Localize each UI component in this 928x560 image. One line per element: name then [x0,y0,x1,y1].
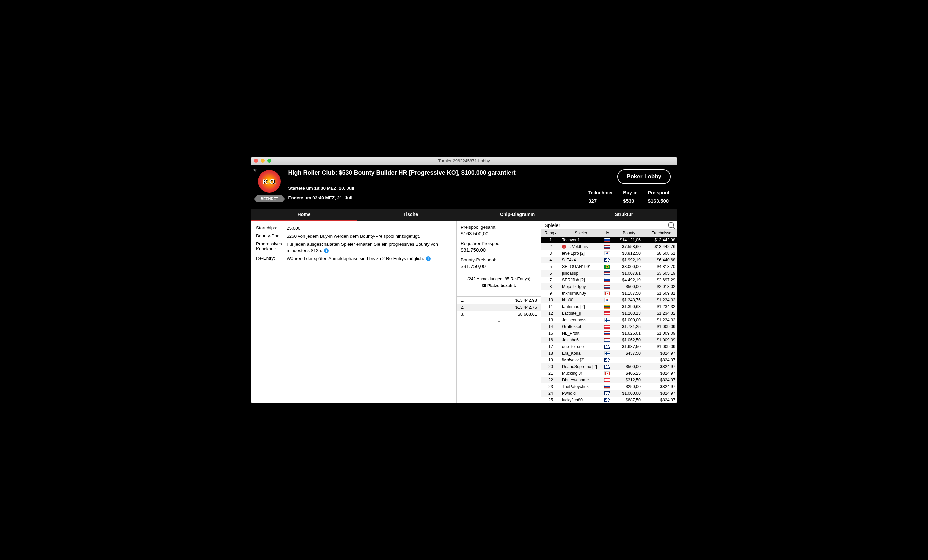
buyin-value: $530 [623,198,639,204]
player-bounty: $406,25 [613,371,645,376]
registrations-text: (242 Anmeldungen, 85 Re-Entrys) [462,277,535,281]
info-icon[interactable]: i [426,256,430,261]
tab-structure[interactable]: Struktur [571,209,677,221]
prizepool-panel: Preispool gesamt: $163.500,00 Regulärer … [457,221,541,403]
player-name: kbp00 [560,298,602,302]
player-flag [602,311,613,315]
player-row[interactable]: 3 level1pro [2] $3.812,50 $8.608,61 [541,250,677,257]
player-flag: ♦ [602,291,613,295]
player-name: SERJfish [2] [560,278,602,282]
player-rank: 3 [541,251,560,256]
player-rank: 14 [541,324,560,329]
bounty-pool-label: Bounty-Preispool: [461,257,537,262]
col-bounty[interactable]: Bounty [613,231,645,235]
player-row[interactable]: 21 Mucking Jr ♦ $406,25 $824,97 [541,370,677,377]
flag-icon [604,378,611,382]
payout-row[interactable]: 1.$13.442,98 [457,297,541,304]
player-name: Mojo_9_Iggy [560,284,602,289]
favorite-star-icon[interactable]: ★ [253,167,257,172]
payout-row[interactable]: 3.$8.608,61 [457,311,541,318]
flag-icon [604,278,611,282]
player-row[interactable]: 14 Graftekkel $1.781,25 $1.009,09 [541,323,677,330]
player-bounty: $1.343,75 [613,298,645,302]
col-player[interactable]: Spieler [560,231,602,235]
flag-icon [604,391,611,395]
player-row[interactable]: 17 que_te_crio $1.687,50 $1.009,09 [541,343,677,350]
tab-chip-diagram[interactable]: Chip-Diagramm [464,209,571,221]
player-row[interactable]: 24 Pwndidi $1.000,00 $824,97 [541,390,677,397]
player-row[interactable]: 13 Jesseonboss $1.000,00 $1.234,32 [541,317,677,323]
players-rows[interactable]: 1 Tachyon1 $14.121,06 $13.442,98 2 ♠L. V… [541,237,677,403]
player-row[interactable]: 16 Jozinho6 $1.062,50 $1.009,09 [541,337,677,343]
player-row[interactable]: 6 julioassp $1.007,81 $3.605,19 [541,270,677,277]
startchips-value: 25.000 [287,225,451,231]
player-rank: 18 [541,351,560,356]
player-row[interactable]: 5 SELOUAN1991 $3.000,00 $4.818,70 [541,263,677,270]
player-row[interactable]: 15 NL_Profit $1.625,01 $1.009,09 [541,330,677,337]
tab-tables[interactable]: Tische [357,209,464,221]
window-controls [251,159,271,163]
minimize-icon[interactable] [261,159,265,163]
player-name: Dhr. Awesome [560,378,602,382]
player-name: ThePateychuk [560,385,602,389]
flag-icon [604,325,611,329]
payout-rank: 2. [461,305,464,310]
stats-row: Teilnehmer: 327 Buy-in: $530 Preispool: … [588,190,671,204]
player-result: $2.018,02 [645,284,677,289]
player-result: $824,97 [645,351,677,356]
player-name: Lacoste_jj [560,311,602,316]
maximize-icon[interactable] [267,159,271,163]
flag-icon [604,338,611,342]
player-row[interactable]: 18 Erä_Koira $437,50 $824,97 [541,350,677,357]
player-row[interactable]: 25 luckyfich80 $687,50 $824,97 [541,397,677,403]
sort-asc-icon: ▴ [555,231,557,235]
player-row[interactable]: 10 kbp00 $1.343,75 $1.234,32 [541,297,677,303]
reentry-value: Während der späten Anmeldephase sind bis… [287,256,451,262]
player-name: julioassp [560,271,602,276]
close-icon[interactable] [254,159,258,163]
player-flag [602,251,613,255]
search-icon[interactable] [668,222,674,228]
player-rank: 4 [541,258,560,262]
player-row[interactable]: 1 Tachyon1 $14.121,06 $13.442,98 [541,237,677,243]
player-rank: 21 [541,371,560,376]
col-rank[interactable]: Rang▴ [541,231,560,235]
player-bounty: $1.781,25 [613,324,645,329]
player-row[interactable]: 2 ♠L. Veldhuis $7.558,60 $13.442,76 [541,243,677,250]
flag-icon [604,351,611,356]
expand-payouts-button[interactable]: ⌄ [457,318,541,323]
player-rank: 22 [541,378,560,382]
player-flag [602,285,613,289]
player-row[interactable]: 19 !Mp!yavv [2] $824,97 [541,357,677,363]
flag-icon [604,245,611,249]
player-row[interactable]: 23 ThePateychuk $250,00 $824,97 [541,383,677,390]
player-bounty: $14.121,06 [613,238,645,242]
player-row[interactable]: 4 $eT4x4 $1.992,19 $6.440,68 [541,257,677,263]
payout-amount: $8.608,61 [517,312,537,317]
col-results[interactable]: Ergebnisse [645,231,677,235]
player-flag [602,258,613,262]
col-flag[interactable]: ⚑ [602,231,613,235]
player-row[interactable]: 7 SERJfish [2] $4.492,19 $2.697,29 [541,277,677,283]
regular-pool-value: $81.750,00 [461,247,537,253]
player-row[interactable]: 11 tautrimas [2] $1.390,63 $1.234,32 [541,303,677,310]
player-result: $824,97 [645,398,677,402]
player-row[interactable]: 12 Lacoste_jj $1.203,13 $1.234,32 [541,310,677,317]
player-row[interactable]: 9 thx4urm0n3y ♦ $1.187,50 $1.509,81 [541,290,677,297]
start-time: Startete um 18:30 MEZ, 20. Juli [288,186,582,191]
player-bounty: $1.390,63 [613,304,645,309]
payout-row[interactable]: 2.$13.442,76 [457,304,541,311]
player-bounty: $500,00 [613,364,645,369]
player-rank: 17 [541,344,560,349]
player-bounty: $1.187,50 [613,291,645,296]
poker-lobby-button[interactable]: Poker-Lobby [617,169,671,184]
tab-home[interactable]: Home [251,209,357,221]
total-pool-value: $163.500,00 [461,231,537,237]
player-row[interactable]: 20 DeanoSupremo [2] $500,00 $824,97 [541,363,677,370]
info-icon[interactable]: i [324,248,329,253]
player-bounty: $312,50 [613,378,645,382]
total-pool-label: Preispool gesamt: [461,225,537,230]
player-row[interactable]: 8 Mojo_9_Iggy $500,00 $2.018,02 [541,283,677,290]
player-row[interactable]: 22 Dhr. Awesome $312,50 $824,97 [541,377,677,383]
player-result: $1.009,09 [645,338,677,342]
